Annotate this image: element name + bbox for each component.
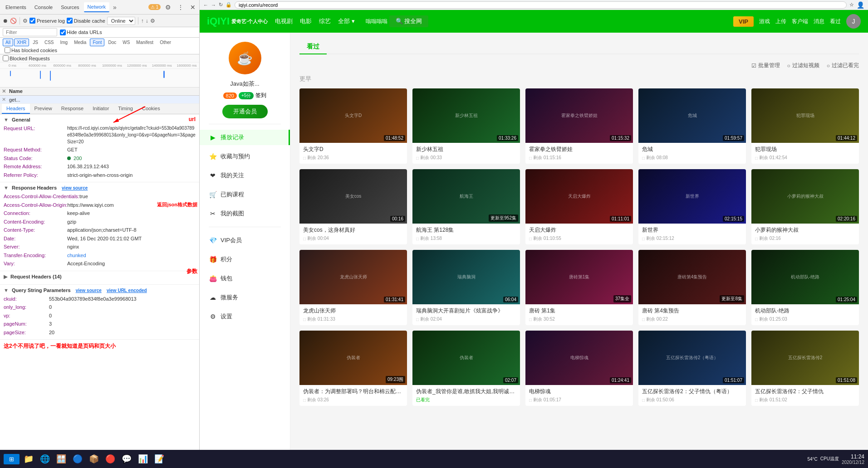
video-card-2[interactable]: 霍家拳之铁臂娇娃 01:15:32 霍家拳之铁臂娇娃 □剩余 01:15:16 xyxy=(525,88,633,164)
close-icon[interactable]: ✕ xyxy=(188,3,197,12)
header-upload[interactable]: 上传 xyxy=(775,18,786,25)
filter-media[interactable]: Media xyxy=(71,39,89,46)
request-item[interactable]: ✕ get... xyxy=(0,96,199,104)
hide-data-urls-input[interactable] xyxy=(60,29,66,35)
more-icon[interactable]: ⋮ xyxy=(176,3,186,12)
detail-tab-headers[interactable]: Headers xyxy=(2,104,30,114)
download-icon[interactable]: ↓ xyxy=(146,18,148,24)
nav-movie[interactable]: 电影 xyxy=(300,17,312,25)
filter-btn[interactable]: ⚙ xyxy=(23,18,28,24)
filter-img[interactable]: Img xyxy=(57,39,70,46)
filter-doc[interactable]: Doc xyxy=(105,39,119,46)
preserve-log-checkbox[interactable]: Preserve log xyxy=(29,18,65,24)
sidebar-item-screenshots[interactable]: ✂ 我的截图 xyxy=(200,206,290,221)
general-title[interactable]: ▼ General xyxy=(4,117,196,122)
sidebar-item-points[interactable]: 🎁 积分 xyxy=(200,252,290,267)
sidebar-item-wallet[interactable]: 👛 钱包 xyxy=(200,271,290,286)
taskbar-explorer-icon[interactable]: 📁 xyxy=(21,452,36,466)
sidebar-item-microservice[interactable]: ☁ 微服务 xyxy=(200,290,290,305)
video-card-3[interactable]: 危城 01:59:57 危城 □剩余 08:08 xyxy=(638,88,746,164)
tab-more[interactable]: » xyxy=(110,3,119,12)
qs-view-source-link[interactable]: view source xyxy=(76,288,102,293)
video-card-1[interactable]: 新少林五祖 01:33:26 新少林五祖 □剩余 00:33 xyxy=(412,88,520,164)
browser-url[interactable]: iqiyi.com/u/record xyxy=(235,1,847,9)
preserve-log-input[interactable] xyxy=(29,18,35,24)
clear-btn[interactable]: 🚫 xyxy=(10,18,17,24)
batch-manage-btn[interactable]: ☑ 批量管理 xyxy=(751,62,780,69)
filter-other[interactable]: Other xyxy=(157,39,174,46)
video-card-10[interactable]: 龙虎山张天师 01:31:41 龙虎山张天师 □剩余 01:31:33 xyxy=(299,250,407,325)
sidebar-item-playback[interactable]: ▶ 播放记录 xyxy=(200,130,290,145)
disable-cache-input[interactable] xyxy=(67,18,73,24)
video-card-19[interactable]: 五亿探长雷洛传2 01:51:08 五亿探长雷洛传2：父子情仇 □剩余 01:5… xyxy=(751,331,859,406)
header-message[interactable]: 消息 xyxy=(814,18,824,25)
upload-icon[interactable]: ↑ xyxy=(141,18,144,24)
detail-tab-cookies[interactable]: Cookies xyxy=(137,104,165,114)
header-avatar[interactable]: J xyxy=(846,14,861,29)
nav-tv[interactable]: 电视剧 xyxy=(275,17,293,25)
header-watched[interactable]: 看过 xyxy=(830,18,841,25)
vip-btn[interactable]: VIP xyxy=(733,16,754,27)
detail-tab-response[interactable]: Response xyxy=(57,104,88,114)
sidebar-item-courses[interactable]: 🛒 已购课程 xyxy=(200,187,290,202)
tab-watched[interactable]: 看过 xyxy=(299,40,327,54)
tab-network[interactable]: Network xyxy=(84,2,109,12)
video-card-6[interactable]: 航海王 更新至952集 航海王 第128集 □剩余 13:58 xyxy=(412,169,520,244)
tab-console[interactable]: Console xyxy=(31,3,56,12)
filter-css[interactable]: CSS xyxy=(42,39,57,46)
browser-star-icon[interactable]: ☆ xyxy=(849,2,854,8)
browser-profile-icon[interactable]: 👤 xyxy=(857,1,864,9)
sidebar-item-favorites[interactable]: ⭐ 收藏与预约 xyxy=(200,149,290,164)
taskbar-chrome-icon[interactable]: 🔵 xyxy=(70,452,85,466)
video-card-8[interactable]: 新世界 02:15:15 新世界 □剩余 02:15:12 xyxy=(638,169,746,244)
settings-icon[interactable]: ⚙ xyxy=(163,3,173,12)
blocked-cookies-input[interactable] xyxy=(5,47,10,53)
tab-sources[interactable]: Sources xyxy=(57,3,83,12)
view-source-link[interactable]: view source xyxy=(62,185,88,190)
nav-variety[interactable]: 综艺 xyxy=(319,17,331,25)
video-card-13[interactable]: 唐砖第4集预告 更新至8集 唐砖 第4集预告 □剩余 00:22 xyxy=(638,250,746,325)
taskbar-app5-icon[interactable]: 📝 xyxy=(152,452,167,466)
detail-tab-preview[interactable]: Preview xyxy=(30,104,57,114)
taskbar-app3-icon[interactable]: 💬 xyxy=(119,452,134,466)
nav-all[interactable]: 全部 ▾ xyxy=(338,17,355,25)
response-headers-title[interactable]: ▼ Response Headers view source xyxy=(4,185,196,190)
video-card-16[interactable]: 伪装者 02:07 伪装者_我管你是谁,敢抓我大姐,我明诚不让你活着走！ 已看完 xyxy=(412,331,520,406)
video-card-11[interactable]: 瑞典脑洞 06:04 瑞典脑洞大开喜剧短片《炫富战争》 □剩余 02:04 xyxy=(412,250,520,325)
toolbar-settings-icon[interactable]: ⚙ xyxy=(150,18,155,24)
filter-js[interactable]: JS xyxy=(30,39,41,46)
filter-manifest[interactable]: Manifest xyxy=(133,39,156,46)
browser-back-btn[interactable]: ← xyxy=(203,2,208,8)
taskbar-app4-icon[interactable]: 📊 xyxy=(136,452,150,466)
video-card-0[interactable]: 头文字D 01:48:52 头文字D □剩余 20:36 xyxy=(299,88,407,164)
filter-watched-radio[interactable]: ○ 过滤已看完 xyxy=(827,62,859,69)
video-card-4[interactable]: 犯罪现场 01:44:12 犯罪现场 □剩余 01:42:54 xyxy=(751,88,859,164)
video-card-14[interactable]: 机动部队-绝路 01:25:04 机动部队-绝路 □剩余 01:25:03 xyxy=(751,250,859,325)
search-btn[interactable]: 🔍 搜全网 xyxy=(389,15,429,27)
filter-font[interactable]: Font xyxy=(90,39,104,46)
detail-tab-initiator[interactable]: Initiator xyxy=(88,104,113,114)
video-card-9[interactable]: 小萝莉的猴神大叔 02:20:16 小萝莉的猴神大叔 □剩余 02:16 xyxy=(751,169,859,244)
taskbar-windows-icon[interactable]: 🪟 xyxy=(54,452,69,466)
start-btn[interactable]: ⊞ xyxy=(4,454,20,464)
col-x[interactable]: ✕ xyxy=(2,88,9,94)
sidebar-item-vip[interactable]: 💎 VIP会员 xyxy=(200,233,290,248)
browser-refresh-btn[interactable]: ↻ xyxy=(219,2,223,8)
request-headers-title[interactable]: ▶ Request Headers (14) xyxy=(4,274,196,280)
video-card-12[interactable]: 唐砖第1集 37集全 唐砖 第1集 □剩余 30:52 xyxy=(525,250,633,325)
network-status-dropdown[interactable]: Online xyxy=(107,17,135,25)
taskbar-app2-icon[interactable]: 🔴 xyxy=(103,452,118,466)
browser-forward-btn[interactable]: → xyxy=(211,2,216,8)
video-card-18[interactable]: 五亿探长雷洛传2（粤语） 01:51:07 五亿探长雷洛传2：父子情仇（粤语） … xyxy=(638,331,746,406)
tab-elements[interactable]: Elements xyxy=(2,3,30,12)
video-card-5[interactable]: 美女cos 00:16 美女cos，这身材真好 □剩余 00:04 xyxy=(299,169,407,244)
sidebar-item-following[interactable]: ❤ 我的关注 xyxy=(200,168,290,183)
header-client[interactable]: 客户端 xyxy=(792,18,808,25)
blocked-requests-checkbox[interactable]: Blocked Requests xyxy=(3,55,196,61)
blocked-requests-input[interactable] xyxy=(3,55,9,61)
video-card-7[interactable]: 天启大爆炸 01:11:01 天启大爆炸 □剩余 01:10:55 xyxy=(525,169,633,244)
qs-view-url-encoded-link[interactable]: view URL encoded xyxy=(107,288,147,293)
taskbar-ie-icon[interactable]: 🌐 xyxy=(38,452,52,466)
filter-all[interactable]: All xyxy=(3,39,13,46)
blocked-cookies-checkbox[interactable]: Has blocked cookies xyxy=(5,47,57,53)
